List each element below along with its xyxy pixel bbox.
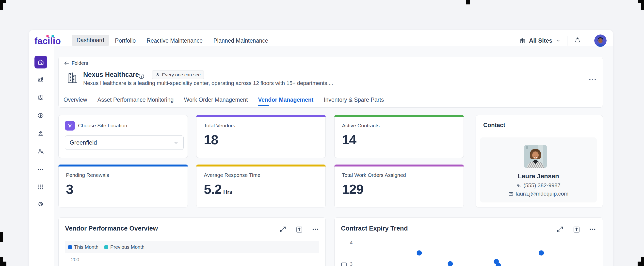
stat-label: Active Contracts <box>342 123 380 129</box>
logo-text: facilio <box>34 36 61 46</box>
y-axis-tick-200: 200 <box>68 257 79 262</box>
legend-item-previous-month[interactable]: Previous Month <box>104 244 144 250</box>
legend-item-this-month[interactable]: This Month <box>68 244 98 250</box>
facilio-logo[interactable]: facilio <box>34 36 61 46</box>
building-icon <box>520 38 526 44</box>
more-dots-icon <box>37 166 44 173</box>
facility-tabs: Overview Asset Performance Monitoring Wo… <box>64 97 384 109</box>
site-location-value: Greenfield <box>70 139 97 146</box>
nav-tab-reactive-maintenance[interactable]: Reactive Maintenance <box>146 38 202 44</box>
stat-label: Total Work Orders Assigned <box>342 172 406 178</box>
expand-icon[interactable] <box>279 226 287 233</box>
legend-label: Previous Month <box>110 244 144 250</box>
stat-accent-bar <box>58 164 188 166</box>
stat-value: 3 <box>66 181 73 197</box>
tab-inventory-spare-parts[interactable]: Inventory & Spare Parts <box>324 97 384 109</box>
nav-tab-planned-maintenance[interactable]: Planned Maintenance <box>214 38 268 44</box>
site-selector[interactable]: All Sites <box>520 37 561 44</box>
envelope-icon <box>508 191 514 196</box>
back-arrow-icon <box>64 61 69 66</box>
filter-header: Choose Site Location <box>65 121 127 131</box>
sidebar-item-home[interactable] <box>34 56 47 69</box>
nav-tab-label: Dashboard <box>76 37 104 44</box>
more-dots-icon[interactable] <box>312 226 320 233</box>
asset-icon <box>37 76 44 83</box>
info-icon[interactable] <box>138 73 145 80</box>
stat-accent-bar <box>334 115 464 117</box>
active-tab-underline <box>258 105 269 106</box>
visibility-badge: Every one can see <box>152 70 204 79</box>
top-navigation: Portfolio Reactive Maintenance Planned M… <box>115 30 268 51</box>
more-dots-icon[interactable] <box>589 226 597 233</box>
contact-panel: Laura Jensen (555) 382-9987 laura.j@mdeq… <box>480 137 597 202</box>
stat-value: 18 <box>204 132 218 147</box>
stat-card-total-work-orders: Total Work Orders Assigned 129 <box>334 164 464 207</box>
crop-marker <box>466 0 470 5</box>
stat-card-active-contracts: Active Contracts 14 <box>334 115 464 158</box>
sidebar-item-assets[interactable] <box>37 76 44 83</box>
phone-icon <box>516 183 521 188</box>
funnel-icon <box>65 121 75 131</box>
back-label: Folders <box>72 60 88 66</box>
panel-more-button[interactable] <box>588 77 597 82</box>
site-selector-label: All Sites <box>529 37 552 44</box>
contact-phone: (555) 382-9987 <box>523 182 560 189</box>
y-axis-tick-4: 4 <box>341 240 352 245</box>
display-icon <box>37 94 44 101</box>
sidebar-item-displays[interactable] <box>37 94 44 101</box>
sidebar-item-settings[interactable] <box>37 201 44 208</box>
person-icon <box>155 72 160 77</box>
gridline-200 <box>82 260 319 260</box>
bell-icon[interactable] <box>574 37 581 44</box>
scatter-point <box>539 250 544 255</box>
site-location-filter-card: Choose Site Location Greenfield <box>58 115 188 158</box>
nav-tab-dashboard[interactable]: Dashboard <box>72 35 109 46</box>
sidebar-item-technicians[interactable] <box>37 130 44 137</box>
stat-label: Total Vendors <box>204 123 235 129</box>
tab-asset-performance-monitoring[interactable]: Asset Performance Monitoring <box>98 97 174 109</box>
facility-title: Nexus Healthcare <box>83 71 139 79</box>
back-to-folders[interactable]: Folders <box>64 60 88 66</box>
sidebar-item-apps[interactable] <box>37 183 44 190</box>
user-avatar[interactable] <box>594 35 606 47</box>
crop-marker <box>0 232 3 242</box>
crop-marker <box>638 261 644 266</box>
nav-tab-portfolio[interactable]: Portfolio <box>115 38 136 44</box>
sidebar-item-energy[interactable] <box>37 112 44 119</box>
chart-legend: This Month Previous Month <box>65 241 319 253</box>
expand-icon[interactable] <box>556 226 564 233</box>
stat-accent-bar <box>196 115 326 117</box>
crop-marker <box>0 0 3 10</box>
contact-card-title: Contact <box>483 122 505 129</box>
tab-overview[interactable]: Overview <box>64 97 87 109</box>
facility-description: Nexus Healthcare is a leading multi-spec… <box>83 80 333 86</box>
vendor-performance-chart-card: Vendor Performance Overview This Month P… <box>58 217 326 266</box>
sidebar-item-more[interactable] <box>37 166 44 173</box>
scatter-point <box>416 250 422 255</box>
stat-label: Average Response Time <box>204 172 260 178</box>
stat-card-pending-renewals: Pending Renewals 3 <box>58 164 188 207</box>
stat-value: 129 <box>342 181 363 197</box>
vendor-icon <box>37 148 44 155</box>
crop-marker <box>0 261 6 266</box>
filter-label: Choose Site Location <box>78 123 127 129</box>
sidebar-item-vendors[interactable] <box>37 148 44 155</box>
site-location-select[interactable]: Greenfield <box>65 135 184 150</box>
tab-vendor-management[interactable]: Vendor Management <box>258 97 314 109</box>
home-icon <box>38 59 44 66</box>
stat-accent-bar <box>334 164 464 166</box>
scatter-point <box>448 261 453 266</box>
tab-work-order-management[interactable]: Work Order Management <box>184 97 248 109</box>
stat-value: 14 <box>342 132 356 147</box>
visibility-badge-label: Every one can see <box>162 72 201 78</box>
contact-email: laura.j@mdequip.com <box>516 191 568 197</box>
export-icon[interactable] <box>572 226 580 233</box>
settings-gear-icon <box>37 201 44 208</box>
stat-unit: Hrs <box>223 189 232 195</box>
chart-actions <box>279 226 320 233</box>
export-icon[interactable] <box>296 226 303 233</box>
apps-grid-icon <box>37 183 44 190</box>
stat-card-average-response-time: Average Response Time 5.2 Hrs <box>196 164 326 207</box>
stat-value: 5.2 <box>204 181 222 197</box>
contact-photo <box>524 145 547 168</box>
